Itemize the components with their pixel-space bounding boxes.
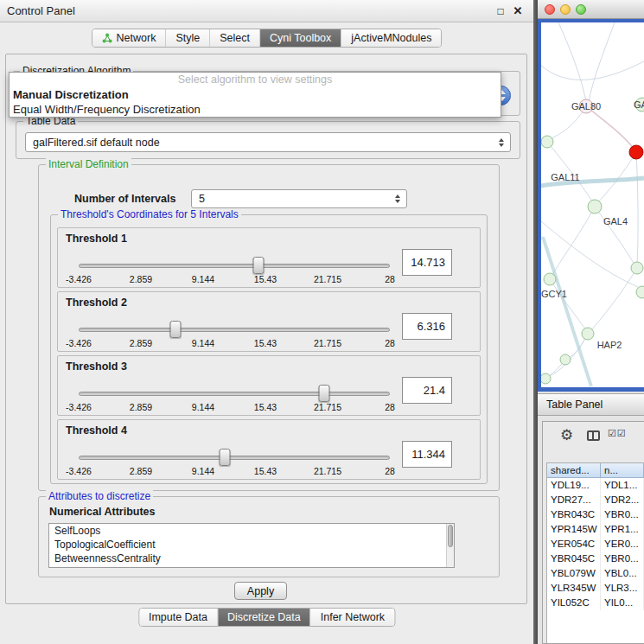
dropdown-option-equal-width-frequency[interactable]: Equal Width/Frequency Discretization — [10, 102, 501, 117]
tab-select[interactable]: Select — [210, 29, 260, 47]
zoom-button[interactable] — [576, 4, 586, 15]
tab-cyni-toolbox[interactable]: Cyni Toolbox — [260, 29, 341, 47]
network-node[interactable] — [544, 273, 556, 285]
network-node-selected[interactable] — [629, 145, 643, 159]
numerical-attributes-list[interactable]: SelfLoops TopologicalCoefficient Between… — [48, 523, 455, 568]
network-canvas[interactable]: GAL80 GAL11 GAL4 GCY1 HAP2 GA — [541, 22, 644, 387]
tab-label: Infer Network — [321, 611, 385, 623]
list-item[interactable]: SelfLoops — [49, 524, 454, 538]
tab-impute-data[interactable]: Impute Data — [139, 609, 218, 626]
table-row[interactable]: YBR045C YBR0... — [547, 552, 644, 566]
threshold-4-slider[interactable] — [79, 448, 390, 467]
cell[interactable]: YBR045C — [547, 552, 601, 566]
network-node[interactable] — [588, 200, 602, 214]
table-panel-window: ⚙ ☑☑ shared... n... YDL19... YDL1... YDR… — [542, 421, 644, 644]
cell[interactable]: YER0... — [601, 537, 644, 552]
cell[interactable]: YDL1... — [601, 478, 644, 493]
tab-discretize-data[interactable]: Discretize Data — [218, 609, 311, 626]
table-panel-title: Table Panel — [546, 394, 603, 415]
slider-handle[interactable] — [319, 385, 330, 402]
float-window-icon[interactable]: □ — [494, 4, 507, 18]
slider-handle[interactable] — [252, 257, 264, 274]
network-window-titlebar[interactable] — [538, 0, 644, 19]
slider-handle[interactable] — [220, 449, 231, 466]
slider-track[interactable] — [79, 456, 390, 460]
number-of-intervals-combobox[interactable]: 5 — [191, 189, 407, 208]
apply-button[interactable]: Apply — [234, 582, 287, 600]
threshold-1-value-field[interactable]: 14.713 — [402, 249, 452, 276]
tick-label: -3.426 — [66, 338, 92, 348]
cell[interactable]: YDR2... — [601, 493, 644, 507]
list-item[interactable]: BetweennessCentrality — [49, 552, 454, 565]
cell[interactable]: YPR145W — [547, 522, 601, 537]
scrollbar-thumb[interactable] — [448, 525, 453, 547]
slider-track[interactable] — [79, 328, 390, 332]
slider-track[interactable] — [79, 264, 390, 268]
network-nodes[interactable] — [541, 98, 644, 384]
table-row[interactable]: YIL052C YIL0... — [547, 596, 644, 610]
cell[interactable]: YDL19... — [547, 478, 601, 493]
table-panel-header[interactable]: Table Panel — [538, 393, 644, 416]
tick-label: -3.426 — [66, 466, 92, 476]
threshold-3-value-field[interactable]: 21.4 — [402, 377, 452, 404]
threshold-3-slider[interactable] — [79, 384, 390, 403]
tab-network[interactable]: Network — [92, 29, 167, 47]
threshold-4-value-field[interactable]: 11.344 — [402, 441, 452, 468]
cell[interactable]: YIL052C — [547, 596, 601, 610]
combo-value: 5 — [199, 190, 205, 207]
cell[interactable]: YBL0... — [601, 566, 644, 581]
slider-handle[interactable] — [169, 321, 181, 338]
cell[interactable]: YLR3... — [601, 581, 644, 596]
cell[interactable]: YIL0... — [601, 596, 644, 610]
table-row[interactable]: YBR043C YBR0... — [547, 507, 644, 522]
tab-label: Style — [175, 32, 200, 44]
table-row[interactable]: YBL079W YBL0... — [547, 566, 644, 581]
tab-infer-network[interactable]: Infer Network — [311, 609, 394, 626]
cell[interactable]: YBR043C — [547, 507, 601, 522]
tab-style[interactable]: Style — [166, 29, 210, 47]
column-header-name[interactable]: n... — [601, 463, 644, 478]
network-node[interactable] — [582, 328, 594, 340]
threshold-1-slider[interactable] — [79, 256, 390, 275]
network-node[interactable] — [631, 262, 643, 274]
column-header-shared-name[interactable]: shared... — [547, 463, 601, 478]
minimize-button[interactable] — [560, 4, 571, 15]
cell[interactable]: YLR345W — [547, 581, 601, 596]
network-node[interactable] — [636, 286, 644, 298]
network-highlight-edges — [541, 106, 644, 386]
threshold-2-slider[interactable] — [79, 320, 390, 339]
table-row[interactable]: YER054C YER0... — [547, 537, 644, 552]
tick-label: -3.426 — [66, 402, 92, 412]
network-node[interactable] — [541, 136, 553, 148]
network-node[interactable] — [541, 373, 551, 384]
tab-jactivemodules[interactable]: jActiveMNodules — [341, 29, 441, 47]
cell[interactable]: YBR0... — [601, 507, 644, 522]
list-scrollbar[interactable] — [446, 524, 454, 567]
network-graph[interactable]: GAL80 GAL11 GAL4 GCY1 HAP2 GA — [541, 22, 644, 387]
cell[interactable]: YBR0... — [601, 552, 644, 566]
tick-label: 2.859 — [130, 466, 152, 476]
select-columns-icon[interactable]: ☑☑ — [608, 428, 627, 439]
node-label: GAL4 — [603, 216, 628, 226]
threshold-4-panel: Threshold 4 -3.426 2.859 9.144 15.43 21.… — [57, 419, 481, 480]
list-item[interactable]: TopologicalCoefficient — [49, 538, 454, 552]
threshold-2-value-field[interactable]: 6.316 — [402, 313, 452, 340]
cell[interactable]: YPR1... — [601, 522, 644, 537]
cell[interactable]: YDR27... — [547, 493, 601, 507]
table-data-combobox[interactable]: galFiltered.sif default node — [25, 132, 511, 152]
network-node[interactable] — [560, 354, 571, 365]
dropdown-option-manual-discretization[interactable]: Manual Discretization — [10, 87, 501, 102]
table-row[interactable]: YPR145W YPR1... — [547, 522, 644, 537]
columns-icon[interactable] — [587, 430, 600, 441]
tick-label: 21.715 — [314, 274, 341, 284]
table-row[interactable]: YDR27... YDR2... — [547, 493, 644, 507]
cell[interactable]: YBL079W — [547, 566, 601, 581]
close-button[interactable] — [545, 4, 555, 15]
table-row[interactable]: YLR345W YLR3... — [547, 581, 644, 596]
gear-icon[interactable]: ⚙ — [560, 425, 573, 446]
close-icon[interactable]: ✕ — [511, 4, 525, 18]
tick-label: 2.859 — [130, 338, 152, 348]
slider-track[interactable] — [79, 392, 390, 396]
cell[interactable]: YER054C — [547, 537, 601, 552]
table-row[interactable]: YDL19... YDL1... — [547, 478, 644, 493]
